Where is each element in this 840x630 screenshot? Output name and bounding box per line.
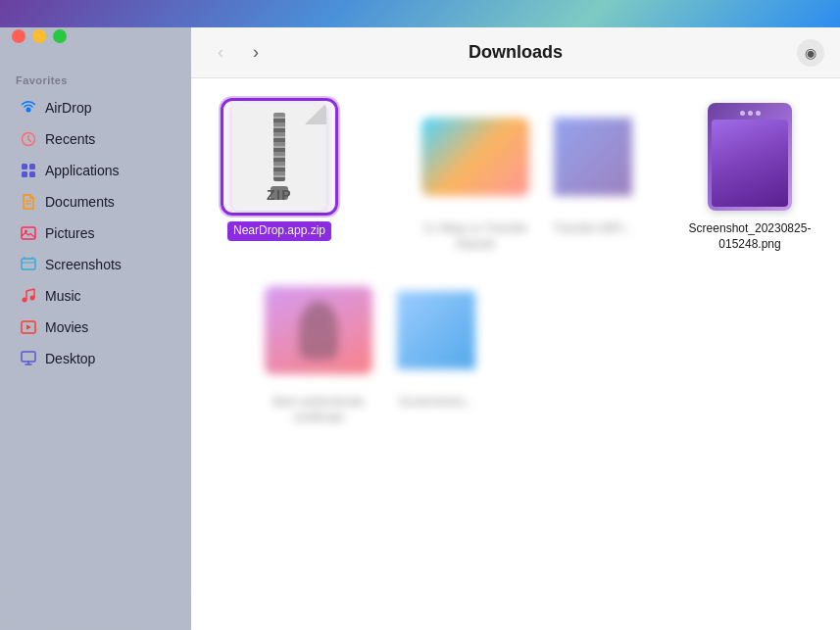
svg-rect-4: [22, 171, 27, 177]
applications-icon: [20, 162, 37, 179]
movies-label: Movies: [45, 319, 88, 335]
dot-3: [756, 111, 761, 116]
sidebar-item-airdrop[interactable]: AirDrop: [6, 93, 184, 122]
documents-icon: [20, 193, 37, 211]
toolbar-title: Downloads: [277, 42, 754, 63]
svg-point-0: [26, 108, 31, 113]
toolbar: ‹ › Downloads ◉: [191, 27, 840, 78]
file-item-blurred-2[interactable]: Transfer-WiFi...: [524, 98, 662, 252]
person-image: [265, 286, 372, 374]
screenshots-label: Screenshots: [45, 257, 122, 272]
file-grid: ZIP NearDrop.app.zip 11 Ways to Transfer…: [191, 78, 840, 630]
zipper-track: [273, 113, 285, 181]
sidebar-item-recents[interactable]: Recents: [6, 124, 184, 154]
blurred-2-icon-wrapper: [534, 98, 652, 216]
recents-label: Recents: [45, 131, 95, 147]
fold-corner: [305, 103, 326, 124]
sidebar: Favorites AirDrop Recents: [0, 27, 191, 630]
blurred-3-icon-wrapper: [260, 271, 377, 389]
svg-rect-8: [22, 227, 35, 239]
screenshot-content: [712, 120, 788, 207]
file-item-blurred-4[interactable]: Screenshots...: [368, 271, 505, 425]
file-item-blurred-1[interactable]: 11 Ways to Transfer Airpods: [407, 98, 544, 252]
dot-2: [748, 111, 753, 116]
screenshot-icon-wrapper: [691, 98, 809, 216]
circle-icon: ◉: [805, 45, 816, 61]
screenshots-icon: [20, 256, 37, 273]
screenshot-top-bar: [736, 107, 765, 120]
forward-icon: ›: [253, 42, 259, 63]
movies-icon: [20, 318, 37, 336]
music-label: Music: [45, 288, 81, 304]
blurred-2-image: [539, 118, 647, 196]
maximize-button[interactable]: [53, 29, 67, 43]
desktop-label: Desktop: [45, 351, 95, 366]
view-options-button[interactable]: ◉: [797, 39, 824, 67]
finder-window: Favorites AirDrop Recents: [0, 27, 840, 630]
screenshot-file-icon: [708, 103, 792, 211]
pictures-icon: [20, 224, 37, 242]
blurred-2-label: Transfer-WiFi...: [553, 221, 633, 237]
svg-rect-3: [29, 164, 35, 170]
sidebar-item-music[interactable]: Music: [6, 281, 184, 311]
zip-file-icon: ZIP: [232, 103, 326, 211]
svg-rect-2: [22, 164, 27, 170]
sidebar-item-pictures[interactable]: Pictures: [6, 218, 184, 248]
screenshot-filename: Screenshot_20230825-015248.png: [686, 221, 814, 252]
sidebar-item-screenshots[interactable]: Screenshots: [6, 250, 184, 279]
blue-gradient: [397, 291, 475, 369]
sidebar-item-documents[interactable]: Documents: [6, 187, 184, 217]
documents-label: Documents: [45, 194, 115, 210]
blurred-3-label: Best authenticate certificate: [260, 395, 377, 425]
svg-point-11: [23, 298, 27, 303]
sidebar-item-desktop[interactable]: Desktop: [6, 344, 184, 373]
svg-rect-5: [29, 171, 35, 177]
person-silhouette: [299, 301, 338, 360]
dot-1: [740, 111, 745, 116]
svg-point-12: [30, 296, 35, 301]
blurred-1-icon-wrapper: [417, 98, 534, 216]
blurred-1-image: [421, 118, 529, 196]
back-button[interactable]: ‹: [207, 39, 234, 67]
pictures-label: Pictures: [45, 225, 95, 241]
blurred-4-icon-wrapper: [377, 271, 495, 389]
neardrop-filename: NearDrop.app.zip: [227, 221, 331, 241]
window-controls: [12, 29, 67, 43]
sidebar-item-applications[interactable]: Applications: [6, 156, 184, 185]
svg-point-9: [25, 230, 27, 233]
sidebar-item-movies[interactable]: Movies: [6, 313, 184, 342]
applications-label: Applications: [45, 163, 120, 178]
gradient-thumb-1: [421, 118, 529, 196]
forward-button[interactable]: ›: [242, 39, 270, 67]
titlebar: [0, 0, 840, 27]
file-item-neardrop[interactable]: ZIP NearDrop.app.zip: [211, 98, 348, 252]
music-icon: [20, 287, 37, 305]
airdrop-label: AirDrop: [45, 100, 91, 116]
desktop-icon: [20, 350, 37, 367]
blurred-4-image: [382, 291, 490, 369]
zip-icon-wrapper: ZIP: [221, 98, 338, 216]
zip-type-label: ZIP: [267, 187, 292, 203]
blurred-1-label: 11 Ways to Transfer Airpods: [417, 221, 534, 252]
blurred-4-label: Screenshots...: [399, 395, 474, 411]
airdrop-icon: [20, 99, 37, 117]
gradient-thumb-2: [554, 118, 632, 196]
back-icon: ‹: [218, 42, 223, 63]
svg-rect-10: [22, 259, 35, 269]
sidebar-section-favorites: Favorites: [0, 74, 190, 92]
recents-icon: [20, 130, 37, 148]
minimize-button[interactable]: [32, 29, 46, 43]
close-button[interactable]: [12, 29, 25, 43]
svg-rect-14: [22, 352, 35, 362]
file-item-blurred-3[interactable]: Best authenticate certificate: [250, 271, 387, 425]
file-item-screenshot[interactable]: Screenshot_20230825-015248.png: [681, 98, 818, 252]
main-content: ‹ › Downloads ◉: [191, 27, 840, 630]
